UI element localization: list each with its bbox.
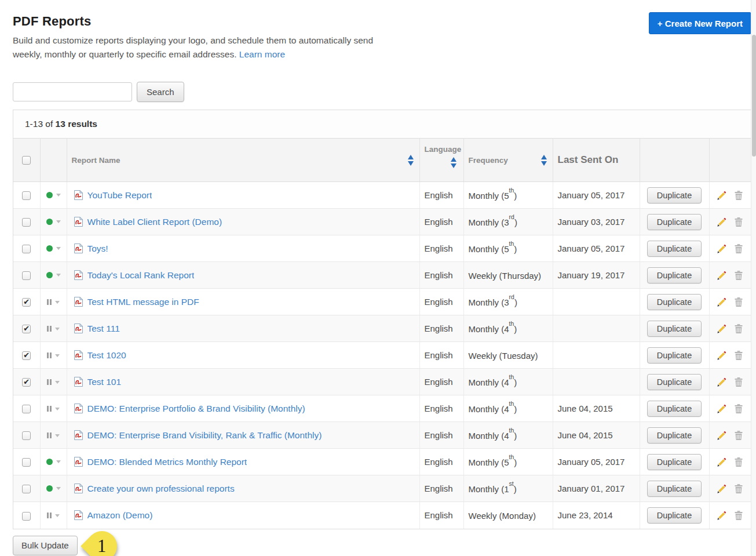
- edit-pencil-icon[interactable]: [717, 324, 727, 334]
- delete-trash-icon[interactable]: [733, 484, 744, 494]
- row-checkbox[interactable]: [22, 405, 31, 413]
- edit-pencil-icon[interactable]: [717, 350, 727, 361]
- delete-trash-icon[interactable]: [733, 457, 744, 467]
- delete-trash-icon[interactable]: [733, 377, 744, 387]
- row-checkbox[interactable]: [22, 191, 31, 200]
- row-checkbox[interactable]: [22, 431, 31, 440]
- delete-trash-icon[interactable]: [733, 270, 744, 281]
- report-name-link[interactable]: Today's Local Rank Report: [87, 270, 195, 281]
- header-report-name[interactable]: Report Name: [67, 139, 419, 182]
- edit-pencil-icon[interactable]: [717, 510, 727, 521]
- header-language[interactable]: Language: [419, 139, 463, 182]
- row-language-cell: English: [419, 449, 463, 475]
- report-name-link[interactable]: YouTube Report: [87, 190, 152, 201]
- edit-pencil-icon[interactable]: [717, 430, 727, 441]
- status-dropdown[interactable]: [46, 485, 61, 492]
- delete-trash-icon[interactable]: [733, 190, 744, 201]
- status-dropdown[interactable]: [46, 272, 61, 278]
- delete-trash-icon[interactable]: [733, 350, 744, 361]
- search-input[interactable]: [13, 82, 132, 101]
- status-dropdown[interactable]: [47, 379, 60, 385]
- row-frequency-cell: Monthly (4th): [463, 422, 553, 449]
- edit-pencil-icon[interactable]: [717, 457, 727, 467]
- learn-more-link[interactable]: Learn more: [239, 49, 285, 59]
- status-dropdown[interactable]: [46, 219, 61, 225]
- duplicate-button[interactable]: Duplicate: [647, 401, 702, 417]
- create-new-report-button[interactable]: + Create New Report: [649, 12, 751, 34]
- edit-pencil-icon[interactable]: [717, 377, 727, 387]
- language-sort-icon[interactable]: [450, 156, 458, 169]
- delete-trash-icon[interactable]: [733, 324, 744, 334]
- duplicate-button[interactable]: Duplicate: [647, 374, 702, 390]
- duplicate-button[interactable]: Duplicate: [647, 294, 702, 310]
- duplicate-button[interactable]: Duplicate: [647, 241, 702, 257]
- status-dropdown[interactable]: [47, 406, 60, 412]
- report-name-link[interactable]: Amazon (Demo): [87, 510, 153, 521]
- duplicate-button[interactable]: Duplicate: [647, 481, 702, 497]
- row-checkbox[interactable]: [22, 245, 31, 253]
- row-checkbox[interactable]: [22, 512, 31, 521]
- report-name-link[interactable]: Test 101: [87, 377, 122, 387]
- duplicate-button[interactable]: Duplicate: [647, 187, 702, 203]
- row-checkbox[interactable]: [22, 298, 31, 307]
- vertical-scrollbar[interactable]: [751, 0, 756, 556]
- status-dropdown[interactable]: [47, 326, 60, 332]
- row-checkbox[interactable]: [22, 325, 31, 333]
- frequency-header-label: Frequency: [469, 156, 508, 165]
- report-name-link[interactable]: Create your own professional reports: [87, 484, 235, 494]
- edit-pencil-icon[interactable]: [717, 484, 727, 494]
- delete-trash-icon[interactable]: [733, 404, 744, 414]
- edit-pencil-icon[interactable]: [717, 297, 727, 307]
- edit-pencil-icon[interactable]: [717, 244, 727, 254]
- search-button[interactable]: Search: [137, 82, 184, 102]
- delete-trash-icon[interactable]: [733, 510, 744, 521]
- row-checkbox[interactable]: [22, 458, 31, 467]
- header-frequency[interactable]: Frequency: [463, 139, 553, 182]
- status-dropdown[interactable]: [46, 245, 61, 252]
- report-table-body: YouTube Report English Monthly (5th) Jan…: [13, 182, 751, 529]
- report-name-link[interactable]: Test HTML message in PDF: [87, 297, 199, 307]
- select-all-checkbox[interactable]: [22, 156, 31, 165]
- status-dropdown[interactable]: [47, 513, 60, 518]
- report-name-link[interactable]: DEMO: Blended Metrics Monthly Report: [87, 457, 247, 467]
- row-last-sent-cell: [553, 289, 640, 315]
- report-name-sort-icon[interactable]: [407, 154, 415, 167]
- status-dropdown[interactable]: [47, 353, 60, 358]
- report-name-link[interactable]: Toys!: [87, 244, 108, 254]
- row-checkbox[interactable]: [22, 378, 31, 387]
- row-checkbox[interactable]: [22, 485, 31, 493]
- status-dropdown[interactable]: [46, 192, 61, 198]
- status-dropdown[interactable]: [47, 299, 60, 305]
- edit-pencil-icon[interactable]: [717, 270, 727, 281]
- table-row: DEMO: Enterprise Brand Visibility, Rank …: [13, 422, 751, 449]
- duplicate-button[interactable]: Duplicate: [647, 454, 702, 470]
- report-name-link[interactable]: DEMO: Enterprise Brand Visibility, Rank …: [87, 430, 322, 441]
- row-duplicate-cell: Duplicate: [640, 209, 709, 235]
- delete-trash-icon[interactable]: [733, 244, 744, 254]
- row-duplicate-cell: Duplicate: [640, 315, 709, 342]
- delete-trash-icon[interactable]: [733, 297, 744, 307]
- edit-pencil-icon[interactable]: [717, 404, 727, 414]
- duplicate-button[interactable]: Duplicate: [647, 507, 702, 524]
- edit-pencil-icon[interactable]: [717, 217, 727, 227]
- duplicate-button[interactable]: Duplicate: [647, 321, 702, 337]
- duplicate-button[interactable]: Duplicate: [647, 427, 702, 444]
- frequency-sort-icon[interactable]: [540, 154, 548, 167]
- delete-trash-icon[interactable]: [733, 217, 744, 227]
- row-checkbox[interactable]: [22, 271, 31, 280]
- status-dropdown[interactable]: [47, 433, 60, 438]
- duplicate-button[interactable]: Duplicate: [647, 347, 702, 364]
- report-name-link[interactable]: Test 111: [87, 324, 120, 334]
- row-checkbox[interactable]: [22, 218, 31, 227]
- duplicate-button[interactable]: Duplicate: [647, 214, 702, 230]
- report-name-link[interactable]: DEMO: Enterprise Portfolio & Brand Visib…: [87, 404, 305, 414]
- delete-trash-icon[interactable]: [733, 430, 744, 441]
- scrollbar-thumb[interactable]: [752, 35, 756, 157]
- report-name-link[interactable]: Test 1020: [87, 350, 126, 361]
- duplicate-button[interactable]: Duplicate: [647, 267, 702, 284]
- report-name-link[interactable]: White Label Client Report (Demo): [87, 217, 222, 227]
- status-dropdown[interactable]: [46, 459, 61, 465]
- edit-pencil-icon[interactable]: [717, 190, 727, 201]
- row-checkbox[interactable]: [22, 351, 31, 360]
- bulk-update-button[interactable]: Bulk Update: [13, 536, 78, 555]
